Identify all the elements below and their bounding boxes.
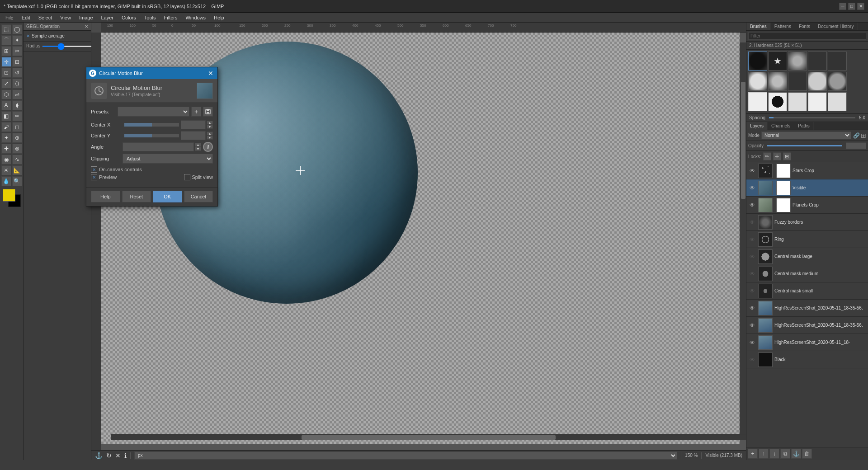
- tool-perspective-clone[interactable]: ⊜: [12, 144, 22, 154]
- layer-eye-planets-crop[interactable]: 👁: [748, 201, 756, 209]
- brush-item-9[interactable]: [808, 72, 827, 91]
- new-layer-icon[interactable]: ⊞: [861, 132, 866, 139]
- brush-item-12[interactable]: [768, 92, 787, 111]
- tool-blur-sharpen[interactable]: ◉: [1, 155, 11, 164]
- menu-select[interactable]: Select: [35, 14, 56, 21]
- tool-brush[interactable]: 🖌: [1, 122, 11, 132]
- layer-row-fuzzy[interactable]: 👁 Fuzzy borders: [746, 214, 868, 231]
- brush-item-8[interactable]: [788, 72, 807, 91]
- tool-airbrush[interactable]: ✦: [1, 133, 11, 143]
- clipping-select[interactable]: Adjust Clip: [123, 154, 213, 164]
- menu-filters[interactable]: Filters: [160, 14, 181, 21]
- tool-heal[interactable]: ✚: [1, 144, 11, 154]
- layer-row-screenshot-3[interactable]: 👁 HighResScreenShot_2020-05-11_18-: [746, 334, 868, 351]
- center-x-spin-up[interactable]: ▲: [207, 121, 213, 125]
- status-icon-info[interactable]: ℹ: [124, 452, 127, 459]
- angle-spin-down[interactable]: ▼: [195, 147, 201, 151]
- tab-document-history[interactable]: Document History: [814, 23, 858, 30]
- layer-eye-screenshot-2[interactable]: 👁: [748, 321, 756, 329]
- help-button[interactable]: Help: [91, 191, 120, 202]
- preset-save-button[interactable]: [203, 107, 213, 117]
- brush-item-4[interactable]: [808, 52, 827, 70]
- layer-eye-ring[interactable]: 👁: [748, 235, 756, 244]
- dialog-titlebar[interactable]: G Circular Motion Blur ✕: [86, 67, 217, 79]
- new-layer-button[interactable]: +: [748, 449, 758, 459]
- dialog-close-button[interactable]: ✕: [207, 69, 215, 77]
- angle-dial[interactable]: [203, 142, 213, 152]
- menu-image[interactable]: Image: [75, 14, 97, 21]
- menu-tools[interactable]: Tools: [141, 14, 160, 21]
- duplicate-layer-button[interactable]: ⧉: [780, 449, 790, 459]
- brush-item-2[interactable]: ★: [768, 52, 787, 70]
- brush-item-13[interactable]: [788, 92, 807, 111]
- preview-checkbox[interactable]: ✕: [91, 174, 97, 180]
- tool-options-close[interactable]: ✕: [85, 24, 88, 29]
- menu-colors[interactable]: Colors: [118, 14, 140, 21]
- tab-paths[interactable]: Paths: [794, 122, 814, 130]
- tool-dodge-burn[interactable]: ☀: [1, 165, 11, 175]
- tool-bucket[interactable]: ⧫: [12, 100, 22, 110]
- tool-move[interactable]: ✛: [1, 57, 11, 67]
- scrollbar-horizontal[interactable]: [111, 434, 746, 440]
- reset-button[interactable]: Reset: [122, 191, 151, 202]
- center-x-slider[interactable]: [124, 123, 179, 127]
- center-x-spin-down[interactable]: ▼: [207, 125, 213, 129]
- opacity-value[interactable]: 100.0: [846, 142, 866, 149]
- layer-eye-screenshot-3[interactable]: 👁: [748, 338, 756, 347]
- tool-shear[interactable]: ⟨⟩: [12, 79, 22, 89]
- center-y-spin-down[interactable]: ▼: [207, 136, 213, 140]
- anchor-layer-button[interactable]: ⚓: [791, 449, 801, 459]
- tool-fuzzy-select[interactable]: ✦: [12, 35, 22, 45]
- mode-select[interactable]: Normal: [761, 132, 851, 139]
- lock-alpha-button[interactable]: ⊞: [783, 152, 791, 160]
- status-icon-cancel[interactable]: ✕: [115, 452, 121, 459]
- tool-select-by-color[interactable]: ⊞: [1, 46, 11, 56]
- tool-ellipse[interactable]: ◯: [12, 24, 22, 34]
- center-y-spin-up[interactable]: ▲: [207, 132, 213, 136]
- tool-text[interactable]: A: [1, 100, 11, 110]
- cancel-button[interactable]: Cancel: [184, 191, 213, 202]
- unit-select[interactable]: px: [134, 451, 677, 460]
- layer-row-stars-crop[interactable]: 👁 Stars Crop: [746, 162, 868, 179]
- menu-edit[interactable]: Edit: [18, 14, 34, 21]
- maximize-button[interactable]: □: [848, 3, 855, 10]
- tool-perspective[interactable]: ⬡: [1, 89, 11, 99]
- tool-free-select[interactable]: ⌒: [1, 35, 11, 45]
- brush-item-10[interactable]: [828, 72, 847, 91]
- foreground-color-swatch[interactable]: [3, 189, 15, 202]
- presets-select[interactable]: [118, 107, 189, 117]
- brush-item-14[interactable]: [808, 92, 827, 111]
- tool-color-picker[interactable]: 💧: [1, 176, 11, 186]
- title-bar-controls[interactable]: ─ □ ✕: [839, 3, 864, 10]
- tab-patterns[interactable]: Patterns: [771, 23, 795, 30]
- tab-fonts[interactable]: Fonts: [795, 23, 814, 30]
- status-icon-anchor[interactable]: ⚓: [95, 452, 103, 459]
- brushes-filter-input[interactable]: [748, 32, 866, 40]
- brush-item-1[interactable]: [748, 52, 767, 70]
- tool-scissors[interactable]: ✂: [12, 46, 22, 56]
- menu-file[interactable]: File: [2, 14, 17, 21]
- brush-item-5[interactable]: [828, 52, 847, 70]
- tool-smudge[interactable]: ∿: [12, 155, 22, 164]
- brush-item-11[interactable]: [748, 92, 767, 111]
- tool-clone[interactable]: ⊕: [12, 133, 22, 143]
- tab-channels[interactable]: Channels: [768, 122, 794, 130]
- scrollbar-vertical[interactable]: [740, 42, 746, 434]
- tool-crop[interactable]: ⊡: [1, 68, 11, 78]
- layer-row-central-md[interactable]: 👁 Central mask medium: [746, 265, 868, 282]
- layer-eye-stars-crop[interactable]: 👁: [748, 167, 756, 175]
- preset-add-button[interactable]: +: [191, 107, 201, 117]
- scroll-thumb-horizontal[interactable]: [302, 435, 556, 440]
- tool-pencil[interactable]: ✏: [12, 111, 22, 121]
- angle-input[interactable]: 2.00: [123, 142, 194, 151]
- menu-windows[interactable]: Windows: [182, 14, 209, 21]
- lock-position-button[interactable]: ✛: [773, 152, 781, 160]
- center-x-input[interactable]: 0.500: [181, 120, 206, 129]
- lock-pixels-button[interactable]: ✏: [763, 152, 771, 160]
- close-button[interactable]: ✕: [857, 3, 864, 10]
- layer-row-ring[interactable]: 👁 Ring: [746, 231, 868, 248]
- layer-eye-central-md[interactable]: 👁: [748, 270, 756, 278]
- delete-layer-button[interactable]: 🗑: [802, 449, 812, 459]
- tab-layers[interactable]: Layers: [746, 122, 768, 130]
- center-y-slider[interactable]: [124, 134, 179, 137]
